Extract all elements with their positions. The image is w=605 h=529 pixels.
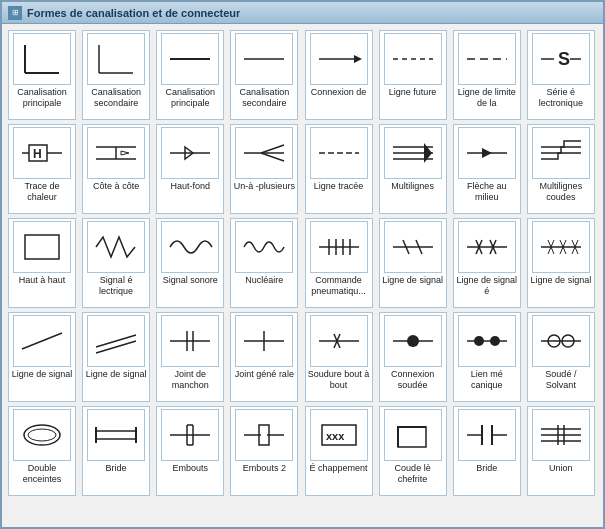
- symbol-cell-ligne-de-signal-2[interactable]: Ligne de signal: [527, 218, 595, 308]
- symbol-label-canalisation-principale-1: Canalisation principale: [11, 87, 73, 109]
- symbol-cell-commande-pneumatique[interactable]: Commande pneumatiqu...: [305, 218, 373, 308]
- svg-line-24: [261, 145, 284, 153]
- symbol-icon-ligne-de-limite: [458, 33, 516, 85]
- symbol-cell-double-enceintes[interactable]: Double enceintes: [8, 406, 76, 496]
- symbol-label-ligne-de-signal-1: Ligne de signal: [382, 275, 443, 286]
- symbol-cell-ligne-tracee[interactable]: Ligne tracée: [305, 124, 373, 214]
- svg-point-67: [407, 335, 419, 347]
- symbol-cell-haut-fond[interactable]: Haut-fond: [156, 124, 224, 214]
- symbol-cell-ligne-de-signal-1[interactable]: Ligne de signal: [379, 218, 447, 308]
- window-title: Formes de canalisation et de connecteur: [27, 7, 240, 19]
- symbol-cell-ligne-de-signal-e[interactable]: Ligne de signal é: [453, 218, 521, 308]
- symbol-cell-haut-a-haut[interactable]: Haut à haut: [8, 218, 76, 308]
- symbol-cell-connexion-soudee[interactable]: Connexion soudée: [379, 312, 447, 402]
- symbol-cell-ligne-de-limite[interactable]: Ligne de limite de la: [453, 30, 521, 120]
- symbol-label-connexion-soudee: Connexion soudée: [382, 369, 444, 391]
- symbol-label-multilignes: Multilignes: [391, 181, 434, 192]
- symbol-cell-ligne-future[interactable]: Ligne future: [379, 30, 447, 120]
- svg-marker-7: [354, 55, 362, 63]
- symbol-icon-signal-electrique: [87, 221, 145, 273]
- symbol-icon-haut-fond: [161, 127, 219, 179]
- symbol-cell-connexion-de[interactable]: Connexion de: [305, 30, 373, 120]
- svg-marker-31: [424, 143, 432, 163]
- symbol-cell-canalisation-principale-1[interactable]: Canalisation principale: [8, 30, 76, 120]
- symbol-label-soude-solvant: Soudé / Solvant: [530, 369, 592, 391]
- symbol-cell-soude-solvant[interactable]: Soudé / Solvant: [527, 312, 595, 402]
- svg-text:H: H: [33, 147, 42, 161]
- symbol-icon-fleche-au-milieu: [458, 127, 516, 179]
- symbol-icon-bride-2: [458, 409, 516, 461]
- symbol-cell-canalisation-secondaire-2[interactable]: Canalisation secondaire: [230, 30, 298, 120]
- symbol-label-serie-electronique: Série é lectronique: [530, 87, 592, 109]
- symbol-cell-canalisation-principale-2[interactable]: Canalisation principale: [156, 30, 224, 120]
- symbol-cell-soudure-bout-a-bout[interactable]: Soudure bout à bout: [305, 312, 373, 402]
- symbol-cell-bride[interactable]: Bride: [82, 406, 150, 496]
- symbol-label-ligne-de-limite: Ligne de limite de la: [456, 87, 518, 109]
- symbol-cell-signal-sonore[interactable]: Signal sonore: [156, 218, 224, 308]
- symbol-label-joint-manchon: Joint de manchon: [159, 369, 221, 391]
- symbol-label-nucleaire: Nucléaire: [245, 275, 283, 286]
- symbol-icon-union: [532, 409, 590, 461]
- svg-text:xxx: xxx: [326, 430, 345, 442]
- symbol-icon-embouts-2: [235, 409, 293, 461]
- svg-point-74: [24, 425, 60, 445]
- symbol-icon-trace-chaleur: H: [13, 127, 71, 179]
- symbol-cell-multilignes-coudes[interactable]: Multilignes coudes: [527, 124, 595, 214]
- symbol-cell-cote-a-cote[interactable]: Côte à côte: [82, 124, 150, 214]
- symbol-cell-embouts[interactable]: Embouts: [156, 406, 224, 496]
- symbol-icon-ligne-tracee: [310, 127, 368, 179]
- symbol-label-connexion-de: Connexion de: [311, 87, 367, 98]
- symbol-cell-ligne-de-signal-3[interactable]: Ligne de signal: [8, 312, 76, 402]
- symbol-icon-canalisation-principale-1: [13, 33, 71, 85]
- symbol-label-multilignes-coudes: Multilignes coudes: [530, 181, 592, 203]
- symbol-cell-joint-generale[interactable]: Joint géné rale: [230, 312, 298, 402]
- symbol-cell-echappement[interactable]: xxxÉ chappement: [305, 406, 373, 496]
- symbol-cell-un-a-plusieurs[interactable]: Un-à -plusieurs: [230, 124, 298, 214]
- symbol-icon-ligne-de-signal-3: [13, 315, 71, 367]
- symbol-cell-union[interactable]: Union: [527, 406, 595, 496]
- symbol-label-canalisation-secondaire: Canalisation secondaire: [85, 87, 147, 109]
- symbol-cell-coude-chefrite[interactable]: Coude lè chefrite: [379, 406, 447, 496]
- symbol-cell-serie-electronique[interactable]: SSérie é lectronique: [527, 30, 595, 120]
- symbol-icon-serie-electronique: S: [532, 33, 590, 85]
- symbol-icon-multilignes-coudes: [532, 127, 590, 179]
- symbol-icon-echappement: xxx: [310, 409, 368, 461]
- svg-line-55: [22, 333, 62, 349]
- symbol-label-bride: Bride: [106, 463, 127, 474]
- symbol-label-lien-mecanique: Lien mé canique: [456, 369, 518, 391]
- symbol-icon-soudure-bout-a-bout: [310, 315, 368, 367]
- symbol-label-soudure-bout-a-bout: Soudure bout à bout: [308, 369, 370, 391]
- symbol-cell-joint-manchon[interactable]: Joint de manchon: [156, 312, 224, 402]
- svg-point-70: [490, 336, 500, 346]
- main-window: ⊞ Formes de canalisation et de connecteu…: [0, 0, 605, 529]
- symbol-label-ligne-de-signal-3: Ligne de signal: [12, 369, 73, 380]
- svg-point-69: [474, 336, 484, 346]
- symbol-label-double-enceintes: Double enceintes: [11, 463, 73, 485]
- symbol-icon-ligne-de-signal-4: [87, 315, 145, 367]
- symbol-cell-multilignes[interactable]: Multilignes: [379, 124, 447, 214]
- symbol-icon-ligne-future: [384, 33, 442, 85]
- symbol-cell-nucleaire[interactable]: Nucléaire: [230, 218, 298, 308]
- symbol-cell-bride-2[interactable]: Bride: [453, 406, 521, 496]
- symbol-label-bride-2: Bride: [476, 463, 497, 474]
- symbol-cell-fleche-au-milieu[interactable]: Flèche au milieu: [453, 124, 521, 214]
- symbol-label-coude-chefrite: Coude lè chefrite: [382, 463, 444, 485]
- symbol-label-joint-generale: Joint géné rale: [235, 369, 294, 380]
- symbol-label-cote-a-cote: Côte à côte: [93, 181, 139, 192]
- svg-rect-34: [25, 235, 59, 259]
- svg-text:S: S: [558, 49, 570, 69]
- symbol-label-canalisation-secondaire-2: Canalisation secondaire: [233, 87, 295, 109]
- symbol-cell-signal-electrique[interactable]: Signal é lectrique: [82, 218, 150, 308]
- symbol-cell-canalisation-secondaire[interactable]: Canalisation secondaire: [82, 30, 150, 120]
- symbol-cell-trace-chaleur[interactable]: HTrace de chaleur: [8, 124, 76, 214]
- symbol-icon-nucleaire: [235, 221, 293, 273]
- symbol-icon-coude-chefrite: [384, 409, 442, 461]
- symbol-cell-embouts-2[interactable]: Embouts 2: [230, 406, 298, 496]
- symbol-cell-ligne-de-signal-4[interactable]: Ligne de signal: [82, 312, 150, 402]
- svg-point-75: [28, 429, 56, 441]
- symbol-icon-ligne-de-signal-1: [384, 221, 442, 273]
- symbol-cell-lien-mecanique[interactable]: Lien mé canique: [453, 312, 521, 402]
- symbol-icon-ligne-de-signal-e: [458, 221, 516, 273]
- symbol-icon-un-a-plusieurs: [235, 127, 293, 179]
- symbol-label-signal-electrique: Signal é lectrique: [85, 275, 147, 297]
